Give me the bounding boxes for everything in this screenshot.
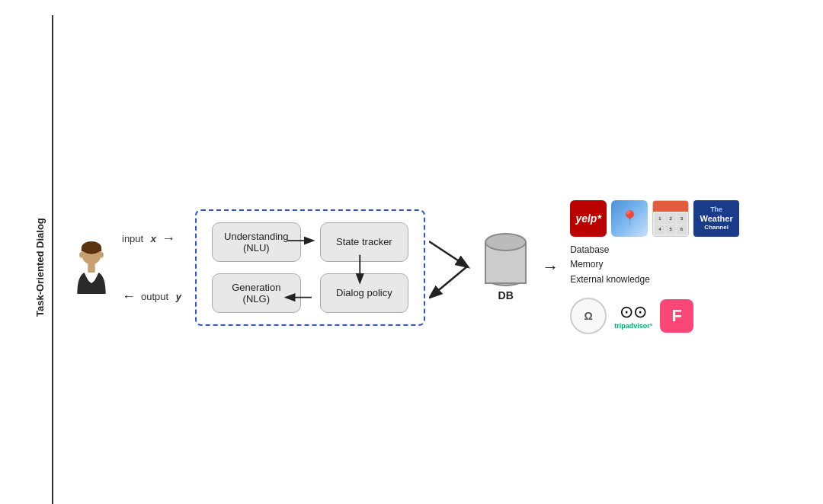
knowledge-area: yelp* 📍 1 2 3 4 5 [570, 200, 739, 334]
db-to-knowledge-arrow: → [542, 257, 559, 277]
maps-icon: 📍 [611, 200, 648, 237]
top-row-icons: yelp* 📍 1 2 3 4 5 [570, 200, 739, 237]
top-output-var: y [176, 291, 181, 302]
top-output-arrow: ← [122, 289, 136, 305]
svg-point-4 [99, 252, 104, 257]
state-tracker-box: State tracker [320, 222, 409, 262]
top-output-row: ← output y [122, 289, 181, 305]
calendar-icon: 1 2 3 4 5 6 [652, 200, 689, 237]
top-section-row: Task-Oriented Dialog [30, 15, 793, 504]
weather-icon: The Weather Channel [693, 200, 739, 237]
foursquare-icon: F [660, 299, 693, 333]
top-db-cylinder [485, 233, 527, 286]
main-container: Task-Oriented Dialog [0, 0, 823, 504]
dashed-box: Understanding(NLU) State tracker Generat… [195, 209, 425, 326]
top-avatar-area [69, 241, 114, 294]
weather-mid-text: Weather [700, 214, 733, 224]
top-section-label: Task-Oriented Dialog [30, 15, 53, 504]
cyl-top [485, 233, 527, 251]
tripadvisor-icon: ⊙⊙ tripadvisor° [614, 302, 652, 330]
top-input-label: input [122, 233, 143, 244]
svg-point-3 [79, 252, 84, 257]
top-input-row: input x → [122, 231, 181, 247]
top-input-arrow: → [162, 231, 175, 247]
cal-body: 1 2 3 4 5 6 [653, 212, 688, 236]
top-input-var: x [151, 233, 156, 244]
knowledge-text: Database Memory External knowledge [570, 243, 739, 287]
top-db-label: DB [498, 289, 514, 301]
wikipedia-icon: Ω [570, 298, 607, 334]
box-to-db-arrows [429, 209, 475, 326]
svg-rect-2 [88, 264, 94, 273]
cal-header [653, 201, 688, 212]
yelp-icon: yelp* [570, 200, 607, 237]
top-output-label: output [141, 291, 168, 302]
nlg-box: Generation(NLG) [212, 273, 301, 313]
nlu-box: Understanding(NLU) [212, 222, 301, 262]
svg-line-9 [431, 266, 467, 297]
top-io-row: input x → ← output y [122, 231, 181, 305]
top-content: input x → ← output y Understanding(NLU) … [53, 193, 793, 342]
svg-line-8 [429, 241, 467, 266]
top-avatar-icon [69, 241, 114, 294]
ta-logo: ⊙⊙ [620, 302, 647, 322]
weather-bot-text: Channel [704, 224, 729, 231]
bottom-row-icons: Ω ⊙⊙ tripadvisor° F [570, 298, 739, 334]
dialog-policy-box: Dialog policy [320, 273, 409, 313]
weather-top-text: The [710, 206, 722, 214]
ta-text: tripadvisor° [614, 322, 652, 330]
top-db-area: DB [485, 233, 527, 301]
